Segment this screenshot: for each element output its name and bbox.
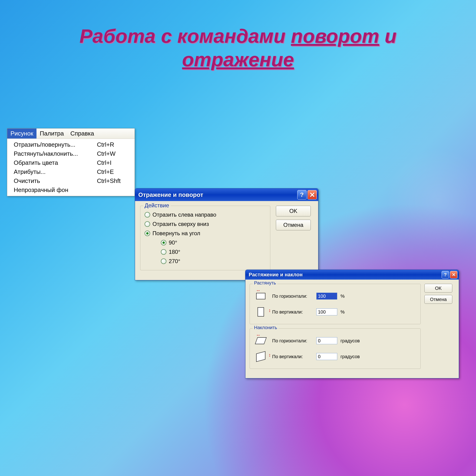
title-text: Растяжение и наклон [249,272,441,278]
menu-row-invert[interactable]: Обратить цвета Ctrl+I [7,158,135,167]
unit-label: % [340,309,345,315]
radio-icon [145,221,150,227]
fields-column: Растянуть ↔ По горизонтали: 100 % ↕ По в… [250,284,421,373]
radio-icon [145,212,150,218]
cancel-button[interactable]: Отмена [425,295,452,304]
ok-button[interactable]: OK [276,206,311,216]
button-column: OK Отмена [276,206,313,274]
menu-row-stretch[interactable]: Растянуть/наклонить... Ctrl+W [7,149,135,158]
title-word-rotation: поворот [291,25,379,47]
skew-horizontal-icon: ↔ [254,335,268,346]
title-text-prefix: Работа с командами [80,25,291,47]
cancel-button[interactable]: Отмена [276,220,311,230]
titlebar[interactable]: Растяжение и наклон ? ✕ [245,270,459,280]
stretch-horizontal-input[interactable]: 100 [316,293,337,300]
radio-icon [161,240,166,245]
stretch-horizontal-icon: ↔ [254,290,268,302]
radio-label: Отразить сверху вниз [153,221,209,227]
menu-row-flip[interactable]: Отразить/повернуть... Ctrl+R [7,140,135,149]
unit-label: градусов [340,338,360,343]
menu-row-clear[interactable]: Очистить Ctrl+Shft [7,176,135,186]
unit-label: % [340,293,345,299]
menu-label: Непрозрачный фон [14,187,97,194]
menu-row-attributes[interactable]: Атрибуты... Ctrl+E [7,167,135,176]
radio-label: Отразить слева направо [153,211,216,218]
close-icon[interactable]: ✕ [450,271,458,278]
menu-item-spravka[interactable]: Справка [67,129,97,138]
menu-shortcut: Ctrl+I [97,159,132,166]
menu-item-risunok[interactable]: Рисунок [7,129,36,138]
skew-horizontal-input[interactable]: 0 [316,337,337,344]
group-legend: Наклонить [253,325,278,330]
help-icon[interactable]: ? [442,271,449,278]
dialog-body: Растянуть ↔ По горизонтали: 100 % ↕ По в… [245,280,459,378]
field-label: По горизонтали: [272,338,316,343]
menu-shortcut: Ctrl+E [97,168,132,175]
field-label: По вертикали: [272,309,316,315]
title-text: Отражение и поворот [138,191,296,199]
menu-shortcut [97,187,132,194]
menu-item-palitra[interactable]: Палитра [36,129,67,138]
radio-icon [161,249,166,255]
menu-panel: Рисунок Палитра Справка Отразить/поверну… [7,128,135,196]
field-label: По горизонтали: [272,293,316,299]
menu-shortcut: Ctrl+R [97,141,132,148]
menu-label: Растянуть/наклонить... [14,150,97,157]
stretch-vertical-input[interactable]: 100 [316,308,337,315]
skew-vertical-icon: ↕ [254,351,268,362]
title-text-mid: и [379,25,397,47]
group-legend: Растянуть [253,280,277,286]
radio-angle-180[interactable]: 180° [145,247,266,256]
menu-label: Отразить/повернуть... [14,141,97,148]
row-stretch-vertical: ↕ По вертикали: 100 % [254,304,416,320]
field-label: По вертикали: [272,354,316,359]
radio-angle-90[interactable]: 90° [145,238,266,247]
menu-dropdown: Отразить/повернуть... Ctrl+R Растянуть/н… [7,139,135,196]
unit-label: градусов [340,354,360,359]
titlebar[interactable]: Отражение и поворот ? ✕ [135,188,318,201]
dialog-stretch-skew: Растяжение и наклон ? ✕ Растянуть ↔ По г… [245,270,459,378]
radio-flip-lr[interactable]: Отразить слева направо [145,210,266,220]
title-word-reflection: отражение [182,49,294,70]
groupbox-action: Действие Отразить слева направо Отразить… [140,206,270,270]
row-skew-vertical: ↕ По вертикали: 0 градусов [254,349,416,364]
row-skew-horizontal: ↔ По горизонтали: 0 градусов [254,333,416,349]
radio-label: 90° [169,239,177,246]
menu-bar: Рисунок Палитра Справка [7,129,135,139]
button-column: OK Отмена [425,284,455,373]
radio-flip-tb[interactable]: Отразить сверху вниз [145,220,266,229]
dialog-flip-rotate: Отражение и поворот ? ✕ Действие Отразит… [135,188,318,280]
group-legend: Действие [143,202,170,209]
radio-label: 270° [169,258,180,265]
skew-vertical-input[interactable]: 0 [316,353,337,360]
help-icon[interactable]: ? [297,190,306,199]
radio-angle-270[interactable]: 270° [145,256,266,266]
dialog-body: Действие Отразить слева направо Отразить… [135,201,318,280]
radio-label: Повернуть на угол [153,230,200,237]
close-icon[interactable]: ✕ [307,190,317,199]
menu-label: Атрибуты... [14,168,97,175]
slide-title: Работа с командами поворот и отражение [40,24,436,71]
menu-row-opaque[interactable]: Непрозрачный фон [7,186,135,195]
groupbox-skew: Наклонить ↔ По горизонтали: 0 градусов ↕… [250,328,421,369]
menu-shortcut: Ctrl+Shft [97,177,132,185]
radio-label: 180° [169,249,180,255]
ok-button[interactable]: OK [425,284,452,293]
stretch-vertical-icon: ↕ [254,306,268,318]
menu-shortcut: Ctrl+W [97,150,132,157]
groupbox-stretch: Растянуть ↔ По горизонтали: 100 % ↕ По в… [250,284,421,324]
radio-icon [161,258,166,264]
radio-icon [145,231,150,236]
menu-label: Обратить цвета [14,159,97,166]
radio-rotate[interactable]: Повернуть на угол [145,229,266,238]
menu-label: Очистить [14,177,97,185]
row-stretch-horizontal: ↔ По горизонтали: 100 % [254,288,416,304]
